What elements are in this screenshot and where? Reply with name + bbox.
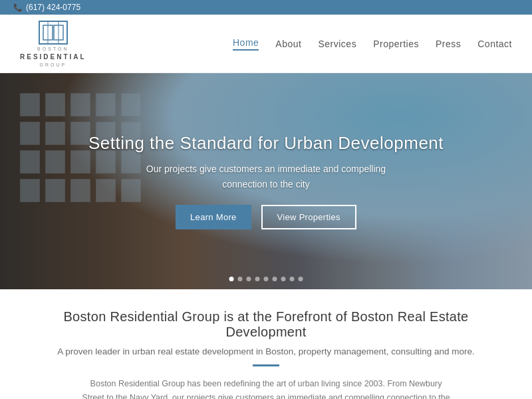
nav-about[interactable]: About: [275, 39, 301, 49]
header: BOSTON RESIDENTIAL GROUP Home About Serv…: [0, 15, 532, 73]
logo-boston: BOSTON: [20, 46, 86, 53]
logo-group: GROUP: [20, 62, 86, 68]
view-properties-button[interactable]: View Properties: [261, 205, 356, 229]
phone-number: (617) 424-0775: [26, 3, 80, 12]
dot-5[interactable]: [264, 277, 269, 281]
phone-icon: 📞: [13, 3, 23, 12]
top-bar: 📞 (617) 424-0775: [0, 0, 532, 15]
content-subtitle: A proven leader in urban real estate dev…: [40, 346, 492, 356]
dot-2[interactable]: [238, 277, 243, 281]
hero-title: Setting the Standard for Urban Developme…: [88, 133, 444, 154]
dot-6[interactable]: [273, 277, 277, 281]
dot-3[interactable]: [247, 277, 251, 281]
nav-properties[interactable]: Properties: [373, 39, 419, 49]
nav-home[interactable]: Home: [233, 37, 259, 51]
content-title: Boston Residential Group is at the Foref…: [40, 309, 492, 340]
content-body: Boston Residential Group has been redefi…: [80, 377, 452, 399]
phone-bar: 📞 (617) 424-0775: [13, 3, 80, 12]
hero-section: Setting the Standard for Urban Developme…: [0, 73, 532, 289]
hero-buttons: Learn More View Properties: [176, 205, 356, 229]
dot-8[interactable]: [290, 277, 295, 281]
learn-more-button[interactable]: Learn More: [176, 205, 251, 229]
main-nav: Home About Services Properties Press Con…: [233, 37, 512, 51]
content-divider: [253, 364, 279, 366]
logo-text: BOSTON RESIDENTIAL GROUP: [20, 46, 86, 68]
logo-icon: [37, 19, 70, 46]
hero-subtitle: Our projects give customers an immediate…: [140, 162, 392, 192]
hero-dots: [229, 277, 303, 281]
dot-1[interactable]: [229, 277, 234, 281]
nav-contact[interactable]: Contact: [477, 39, 512, 49]
dot-4[interactable]: [255, 277, 260, 281]
nav-services[interactable]: Services: [318, 39, 356, 49]
dot-7[interactable]: [281, 277, 286, 281]
dot-9[interactable]: [299, 277, 303, 281]
hero-content: Setting the Standard for Urban Developme…: [0, 73, 532, 289]
content-section: Boston Residential Group is at the Foref…: [0, 289, 532, 399]
logo-residential: RESIDENTIAL: [20, 53, 86, 62]
logo-area: BOSTON RESIDENTIAL GROUP: [20, 19, 86, 68]
nav-press[interactable]: Press: [436, 39, 461, 49]
